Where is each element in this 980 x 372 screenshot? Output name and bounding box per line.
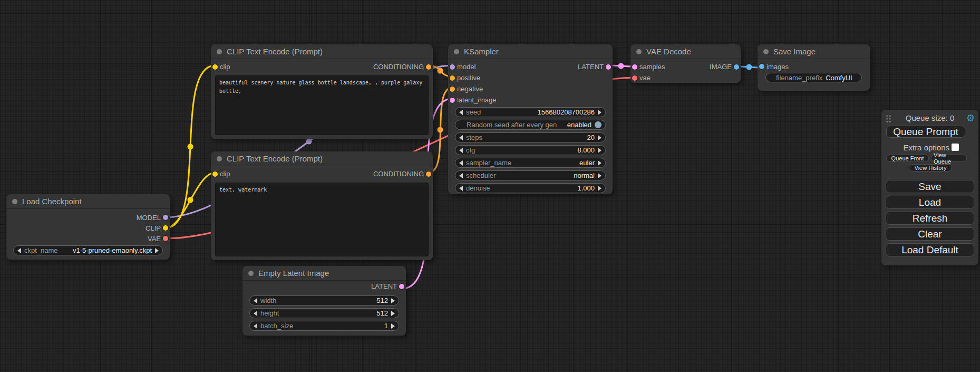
increment-arrow-icon[interactable] xyxy=(598,135,601,140)
output-row-latent: LATENT xyxy=(242,281,406,292)
conditioning-output-port[interactable] xyxy=(426,171,431,177)
widget-value: normal xyxy=(574,171,595,179)
width-widget[interactable]: width 512 xyxy=(249,295,399,306)
node-collapse-dot[interactable] xyxy=(763,49,769,54)
sampler-name-widget[interactable]: sampler_name euler xyxy=(455,158,606,168)
cfg-widget[interactable]: cfg 8.000 xyxy=(455,145,606,155)
model-output-port[interactable] xyxy=(163,215,168,220)
node-collapse-dot[interactable] xyxy=(217,156,222,161)
clip-output-port[interactable] xyxy=(163,225,168,231)
decrement-arrow-icon[interactable] xyxy=(254,298,257,303)
node-save-image[interactable]: Save Image images filename_prefix ComfyU… xyxy=(758,44,870,91)
conditioning-output-port[interactable] xyxy=(426,64,431,70)
input-label: model xyxy=(457,63,476,71)
save-button[interactable]: Save xyxy=(886,180,974,193)
random-seed-toggle[interactable]: Random seed after every gen enabled xyxy=(455,120,606,130)
clear-button[interactable]: Clear xyxy=(886,227,974,241)
increment-arrow-icon[interactable] xyxy=(391,323,395,329)
latent-image-input-port[interactable] xyxy=(450,98,455,103)
node-title: Save Image xyxy=(773,47,816,56)
gear-icon[interactable]: ⚙ xyxy=(966,112,975,124)
decrement-arrow-icon[interactable] xyxy=(459,160,463,166)
extra-options-checkbox[interactable] xyxy=(952,144,959,151)
batch-size-widget[interactable]: batch_size 1 xyxy=(249,321,399,331)
node-title-bar[interactable]: Empty Latent Image xyxy=(242,266,406,281)
view-history-button[interactable]: View History xyxy=(909,164,952,171)
increment-arrow-icon[interactable] xyxy=(598,173,601,178)
images-input-port[interactable] xyxy=(759,64,764,69)
node-title-bar[interactable]: KSampler xyxy=(448,44,613,59)
steps-widget[interactable]: steps 20 xyxy=(455,132,606,142)
widget-value: v1-5-pruned-emaonly.ckpt xyxy=(73,246,152,254)
node-title-bar[interactable]: Save Image xyxy=(758,44,870,59)
decrement-arrow-icon[interactable] xyxy=(459,186,463,191)
positive-input-port[interactable] xyxy=(450,75,455,81)
decrement-arrow-icon[interactable] xyxy=(459,148,463,153)
queue-front-button[interactable]: Queue Front xyxy=(886,155,929,162)
increment-arrow-icon[interactable] xyxy=(391,311,395,316)
view-queue-button[interactable]: View Queue xyxy=(931,155,967,162)
latent-output-port[interactable] xyxy=(606,64,611,70)
node-title-bar[interactable]: Load Checkpoint xyxy=(6,194,170,209)
increment-arrow-icon[interactable] xyxy=(598,148,601,153)
load-button[interactable]: Load xyxy=(886,196,974,209)
ckpt-name-widget[interactable]: ckpt_name v1-5-pruned-emaonly.ckpt xyxy=(13,245,163,255)
node-collapse-dot[interactable] xyxy=(636,49,642,54)
widget-label: ckpt_name xyxy=(24,246,58,254)
widget-label: scheduler xyxy=(466,171,496,179)
negative-input-port[interactable] xyxy=(450,87,455,92)
increment-arrow-icon[interactable] xyxy=(155,248,159,253)
filename-prefix-widget[interactable]: filename_prefix ComfyUI xyxy=(765,73,862,82)
input-row-latent-image: latent_image xyxy=(448,94,613,106)
node-title-bar[interactable]: VAE Decode xyxy=(630,44,741,59)
node-collapse-dot[interactable] xyxy=(454,49,459,54)
node-title-bar[interactable]: CLIP Text Encode (Prompt) xyxy=(211,44,433,59)
vae-output-port[interactable] xyxy=(163,236,168,241)
node-clip-text-encode-positive[interactable]: CLIP Text Encode (Prompt) clip CONDITION… xyxy=(211,44,433,139)
output-label: CONDITIONING xyxy=(373,170,424,178)
input-row-negative: negative xyxy=(448,83,613,94)
queue-prompt-button[interactable]: Queue Prompt xyxy=(886,126,965,138)
comfyui-canvas[interactable]: { "app": "ComfyUI node graph", "colors":… xyxy=(0,0,980,372)
clip-input-port[interactable] xyxy=(212,64,218,70)
clip-input-port[interactable] xyxy=(212,171,218,177)
node-collapse-dot[interactable] xyxy=(248,271,254,276)
height-widget[interactable]: height 512 xyxy=(249,308,399,318)
vae-input-port[interactable] xyxy=(632,75,637,81)
node-clip-text-encode-negative[interactable]: CLIP Text Encode (Prompt) clip CONDITION… xyxy=(211,151,433,260)
input-label: positive xyxy=(457,74,480,82)
node-empty-latent-image[interactable]: Empty Latent Image LATENT width 512 heig… xyxy=(242,266,406,336)
decrement-arrow-icon[interactable] xyxy=(17,248,21,253)
decrement-arrow-icon[interactable] xyxy=(459,173,463,178)
increment-arrow-icon[interactable] xyxy=(598,160,601,166)
refresh-button[interactable]: Refresh xyxy=(886,212,974,225)
wire-midpoint-dot xyxy=(618,63,624,69)
increment-arrow-icon[interactable] xyxy=(598,110,601,115)
samples-input-port[interactable] xyxy=(632,64,637,70)
seed-widget[interactable]: seed 156680208700286 xyxy=(455,107,606,117)
node-load-checkpoint[interactable]: Load Checkpoint MODEL CLIP VAE ckpt_name… xyxy=(6,194,170,260)
decrement-arrow-icon[interactable] xyxy=(254,311,257,316)
node-collapse-dot[interactable] xyxy=(217,49,222,54)
latent-output-port[interactable] xyxy=(399,284,404,289)
prompt-text[interactable]: beautiful scenery nature glass bottle la… xyxy=(215,75,429,135)
decrement-arrow-icon[interactable] xyxy=(459,110,463,115)
toggle-knob[interactable] xyxy=(595,121,601,128)
node-collapse-dot[interactable] xyxy=(12,199,17,204)
decrement-arrow-icon[interactable] xyxy=(254,323,257,329)
decrement-arrow-icon[interactable] xyxy=(459,135,463,140)
input-row-vae: vae xyxy=(630,72,741,83)
widget-label: sampler_name xyxy=(466,159,511,167)
extra-options-label: Extra options xyxy=(903,143,949,152)
node-title-bar[interactable]: CLIP Text Encode (Prompt) xyxy=(211,151,433,166)
increment-arrow-icon[interactable] xyxy=(391,298,395,303)
scheduler-widget[interactable]: scheduler normal xyxy=(455,170,606,180)
node-ksampler[interactable]: KSampler model LATENT positive negative … xyxy=(448,44,613,194)
model-input-port[interactable] xyxy=(450,64,455,70)
denoise-widget[interactable]: denoise 1.000 xyxy=(455,183,606,193)
load-default-button[interactable]: Load Default xyxy=(886,243,974,256)
image-output-port[interactable] xyxy=(734,64,739,70)
increment-arrow-icon[interactable] xyxy=(598,186,601,191)
prompt-text[interactable]: text, watermark xyxy=(215,183,429,256)
node-vae-decode[interactable]: VAE Decode samples IMAGE vae xyxy=(630,44,741,83)
